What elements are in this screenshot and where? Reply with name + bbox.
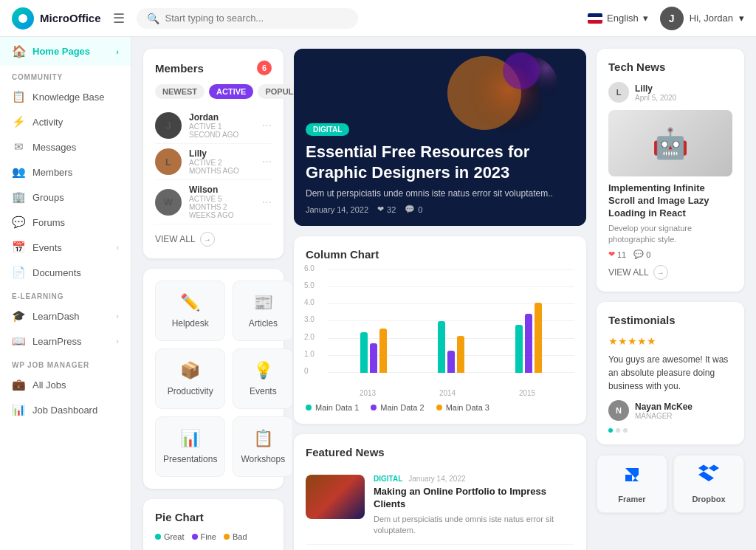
hamburger-menu[interactable]: ☰ [113,10,125,27]
legend-dot [192,534,198,540]
sidebar-item-home[interactable]: 🏠 Home Pages › [0,37,131,66]
member-options-icon[interactable]: ··· [262,155,272,168]
legend-dot [224,534,230,540]
member-info: Jordan ACTIVE 1 SECOND AGO [189,112,255,139]
sidebar-item-forums[interactable]: 💬 Forums [0,210,131,235]
quick-link-events[interactable]: 💡 Events [233,348,293,409]
news-date: January 14, 2022 [408,475,465,483]
chart-group-2014 [438,321,464,373]
news-meta: DIGITAL January 14, 2022 [374,475,574,483]
carousel-dot-2[interactable] [616,428,620,433]
news-content: DIGITAL January 14, 2022 Making an Onlin… [374,475,574,537]
sidebar-item-label: Activity [32,117,63,128]
chevron-right-icon: › [116,47,119,56]
sidebar-item-label: LearnDash [32,311,80,322]
heart-icon: ❤ [608,250,615,259]
news-article-title[interactable]: Making an Online Portfolio to Impress Cl… [374,486,574,511]
sidebar-item-learndash[interactable]: 🎓 LearnDash › [0,303,131,329]
tech-news-author-info: Lilly April 5, 2020 [635,83,676,102]
heart-icon: ❤ [377,204,384,214]
view-all-label: VIEW ALL [608,267,649,278]
bar-purple [370,343,377,373]
quick-link-label: Presentations [163,454,217,464]
view-all-members[interactable]: VIEW ALL → [155,232,272,247]
testimonial-author-name: Nayan McKee [635,402,693,412]
robot-image-icon: 🤖 [652,126,689,161]
sidebar-item-all-jobs[interactable]: 💼 All Jobs [0,372,131,397]
articles-icon: 📰 [253,293,273,312]
brand-dropbox[interactable]: Dropbox [673,455,744,513]
sidebar-item-learnpress[interactable]: 📖 LearnPress › [0,329,131,354]
pie-chart-card: Pie Chart Great Fine Bad [143,499,284,550]
pie-chart-visual [155,541,272,550]
filter-newest[interactable]: NEWEST [155,84,205,99]
legend-bad: Bad [224,532,247,541]
sidebar-item-knowledge-base[interactable]: 📋 Knowledge Base [0,84,131,109]
quick-link-label: Productivity [168,386,213,396]
bar-purple [525,314,532,373]
tech-news-author-name: Lilly [635,83,676,94]
pie-chart-title: Pie Chart [155,511,272,523]
member-avatar: W [155,189,182,216]
likes-count: 32 [387,205,396,214]
brand-framer[interactable]: Framer [597,455,667,513]
quick-link-productivity[interactable]: 📦 Productivity [155,348,225,409]
user-menu[interactable]: J Hi, Jordan ▾ [660,7,744,30]
tech-news-article-title: Implementing Infinite Scroll and Image L… [608,182,732,220]
quick-link-workshops[interactable]: 📋 Workshops [233,416,293,477]
sidebar-item-documents[interactable]: 📄 Documents [0,260,131,285]
quick-link-presentations[interactable]: 📊 Presentations [155,416,225,477]
quick-link-helpdesk[interactable]: ✏️ Helpdesk [155,281,225,341]
filter-active[interactable]: ACTIVE [209,84,253,99]
column-chart-card: Column Chart 6.0 5.0 4.0 3.0 2.0 1.0 0 [294,236,586,424]
sidebar-item-messages[interactable]: ✉ Messages [0,134,131,159]
news-item: DIGITAL January 14, 2022 Making an Onlin… [306,467,574,545]
likes-count: 11 [617,250,626,259]
sidebar-item-label: Documents [32,267,81,278]
language-label: English [607,13,639,24]
sidebar-item-label: Events [32,242,62,253]
member-avatar: J [155,112,182,139]
tech-news-view-all[interactable]: VIEW ALL → [608,265,732,280]
members-icon: 👥 [12,165,25,179]
star-rating: ★★★★★ [608,335,732,347]
sidebar-item-activity[interactable]: ⚡ Activity [0,109,131,134]
carousel-dot-1[interactable] [608,428,613,433]
member-options-icon[interactable]: ··· [262,196,272,209]
sidebar-item-events[interactable]: 📅 Events › [0,235,131,260]
legend-label: Great [164,532,185,541]
quick-link-articles[interactable]: 📰 Articles [233,281,293,341]
sidebar: 🏠 Home Pages › COMMUNITY 📋 Knowledge Bas… [0,37,131,550]
legend-fine: Fine [192,532,216,541]
tech-news-avatar: L [608,82,629,103]
member-name: Lilly [189,148,255,159]
legend-label: Bad [233,532,247,541]
sidebar-item-groups[interactable]: 🏢 Groups [0,185,131,210]
news-thumbnail [306,475,365,519]
learnpress-icon: 📖 [12,334,25,348]
sidebar-item-job-dashboard[interactable]: 📊 Job Dashboard [0,397,131,422]
chart-legend: Main Data 1 Main Data 2 Main Data 3 [306,403,574,412]
logo[interactable]: MicroOffice [12,7,101,30]
language-selector[interactable]: English ▾ [588,13,648,24]
legend-dot [436,405,442,410]
sidebar-item-label: All Jobs [32,379,66,391]
member-status: ACTIVE 2 MONTHS AGO [189,159,255,175]
testimonial-text: You guys are awesome! It was an absolute… [608,353,732,393]
quick-link-label: Events [250,386,277,396]
column-chart-title: Column Chart [306,248,574,261]
carousel-dot-3[interactable] [623,428,628,433]
bar-orange [457,336,464,373]
member-row: L Lilly ACTIVE 2 MONTHS AGO ··· [155,144,272,180]
chart-group-2013 [360,329,387,373]
featured-news-card: Featured News DIGITAL January 14, 2022 M… [294,434,586,550]
view-all-label: VIEW ALL [155,234,196,244]
events-icon: 📅 [12,241,25,254]
search-icon: 🔍 [147,13,159,24]
activity-icon: ⚡ [12,115,25,128]
sidebar-item-members[interactable]: 👥 Members [0,159,131,185]
member-options-icon[interactable]: ··· [262,119,272,132]
search-bar[interactable]: 🔍 [137,8,358,29]
flag-icon [588,13,602,24]
search-input[interactable] [165,13,348,24]
